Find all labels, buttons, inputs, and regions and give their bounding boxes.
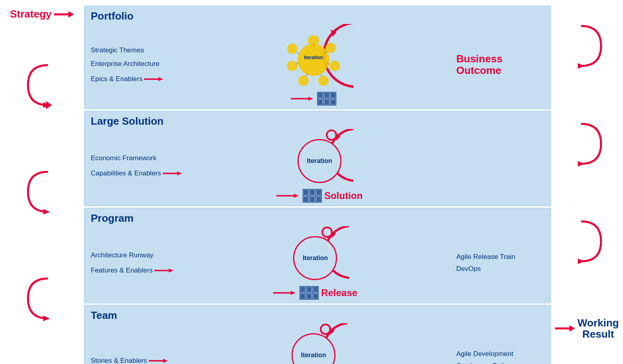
svg-rect-67	[307, 294, 312, 299]
strategy-row: Strategy	[10, 8, 74, 20]
svg-point-40	[327, 130, 336, 140]
ls-center-arrow-icon	[276, 193, 300, 199]
strategy-arrow-icon	[54, 9, 74, 20]
working-result-label: WorkingResult	[577, 317, 619, 340]
svg-rect-36	[331, 99, 335, 105]
large-solution-band: Large Solution Economic Framework Capabi…	[84, 111, 551, 206]
team-right-1: Agile Development	[456, 350, 513, 358]
prog-iteration-circle: Iteration	[293, 236, 337, 280]
center-col: Portfolio Strategic Themes Enterprise Ar…	[84, 4, 551, 360]
program-arrow-row: Features & Enablers	[91, 267, 174, 274]
right-col-inner: WorkingResult	[551, 12, 623, 352]
svg-marker-86	[578, 161, 584, 167]
svg-marker-4	[43, 209, 50, 215]
right-curve-arrow-1-icon	[569, 24, 605, 68]
program-left-text: Architecture Runway Features & Enablers	[91, 251, 174, 274]
svg-point-12	[329, 61, 340, 71]
prog-iteration-label: Iteration	[303, 255, 328, 262]
svg-marker-7	[158, 77, 163, 81]
program-content: Architecture Runway Features & Enablers	[91, 226, 544, 300]
team-content: Stories & Enablers	[91, 323, 544, 364]
large-solution-title: Large Solution	[91, 115, 544, 127]
portfolio-item-3: Epics & Enablers	[91, 75, 142, 83]
program-right-text: Agile Release Train DevOps	[456, 253, 544, 273]
portfolio-center-arrow-icon	[291, 96, 315, 101]
program-item-2: Features & Enablers	[91, 267, 153, 274]
portfolio-item-1: Strategic Themes	[91, 46, 171, 54]
svg-point-56	[322, 227, 332, 237]
svg-marker-89	[569, 325, 575, 332]
team-item-1: Stories & Enablers	[91, 357, 147, 364]
svg-point-72	[321, 324, 330, 334]
right-curve-arrow-2-icon	[569, 122, 605, 166]
portfolio-right-text: BusinessOutcome	[456, 53, 544, 76]
team-iteration-label: Iteration	[301, 352, 326, 359]
svg-text:Iteration: Iteration	[304, 55, 323, 60]
strategy-label: Strategy	[10, 8, 52, 20]
team-arrow-icon	[149, 358, 169, 364]
large-solution-content: Economic Framework Capabilities & Enable…	[91, 129, 544, 203]
svg-rect-52	[316, 197, 321, 202]
svg-rect-66	[300, 294, 305, 299]
left-col: Strategy	[0, 4, 84, 360]
business-outcome-label: BusinessOutcome	[456, 53, 503, 76]
svg-marker-26	[308, 97, 313, 101]
large-solution-left-text: Economic Framework Capabilities & Enable…	[91, 154, 183, 177]
team-band: Team Stories & Enablers	[84, 305, 551, 364]
large-solution-arrow-icon	[163, 171, 183, 176]
left-curve-arrow-1-icon	[24, 63, 60, 107]
team-arrow-row: Stories & Enablers	[91, 357, 171, 364]
prog-center-arrow-icon	[273, 290, 297, 296]
svg-point-15	[287, 61, 298, 71]
svg-rect-68	[313, 294, 318, 299]
portfolio-center: Iteration	[171, 24, 456, 105]
svg-marker-5	[43, 316, 50, 321]
working-result-arrow-icon	[555, 323, 575, 334]
portfolio-arrow-icon	[144, 76, 164, 82]
portfolio-diagram-icon: Iteration	[284, 32, 343, 88]
program-title: Program	[91, 212, 544, 225]
portfolio-left-text: Strategic Themes Enterprise Architecture…	[91, 46, 171, 83]
team-center: Iteration	[171, 323, 456, 364]
program-item-1: Architecture Runway	[91, 251, 174, 259]
portfolio-band: Portfolio Strategic Themes Enterprise Ar…	[84, 6, 551, 109]
svg-marker-87	[578, 259, 584, 264]
program-right-1: Agile Release Train	[456, 253, 515, 261]
ls-iteration-label: Iteration	[307, 157, 332, 165]
left-curve-arrow-3-icon	[24, 276, 60, 320]
svg-marker-58	[291, 291, 296, 295]
program-center: Iteration	[174, 226, 456, 300]
portfolio-arrow-row: Epics & Enablers	[91, 75, 171, 83]
svg-point-11	[325, 43, 336, 53]
svg-rect-34	[318, 99, 323, 105]
team-title: Team	[91, 309, 544, 322]
svg-point-13	[318, 76, 329, 86]
large-solution-center: Iteration	[183, 129, 456, 203]
portfolio-item-2: Enterprise Architecture	[91, 60, 171, 68]
right-curve-arrow-3-icon	[569, 219, 605, 263]
svg-point-16	[287, 44, 298, 54]
team-left-text: Stories & Enablers	[91, 355, 171, 364]
portfolio-title: Portfolio	[91, 10, 544, 22]
program-right-2: DevOps	[456, 265, 481, 273]
svg-rect-51	[310, 197, 315, 202]
svg-rect-35	[324, 99, 329, 105]
svg-marker-85	[578, 63, 584, 69]
ls-iteration-circle: Iteration	[298, 139, 341, 183]
program-band: Program Architecture Runway Features & E…	[84, 208, 551, 303]
svg-marker-42	[294, 194, 299, 198]
svg-marker-54	[169, 269, 174, 273]
right-col: WorkingResult	[551, 4, 623, 360]
svg-marker-70	[163, 359, 168, 363]
team-right-2: Continuous Delivery	[456, 362, 517, 364]
program-arrow-icon	[154, 268, 174, 273]
left-feedback-arrows	[0, 24, 84, 360]
team-right-text: Agile Development Continuous Delivery	[456, 350, 544, 364]
svg-rect-50	[304, 197, 308, 202]
svg-point-14	[298, 76, 309, 86]
working-result-row: WorkingResult	[555, 317, 619, 340]
svg-marker-38	[177, 171, 182, 175]
large-solution-item-1: Economic Framework	[91, 154, 183, 162]
large-solution-arrow-row: Capabilities & Enablers	[91, 169, 183, 177]
portfolio-content: Strategic Themes Enterprise Architecture…	[91, 24, 544, 105]
